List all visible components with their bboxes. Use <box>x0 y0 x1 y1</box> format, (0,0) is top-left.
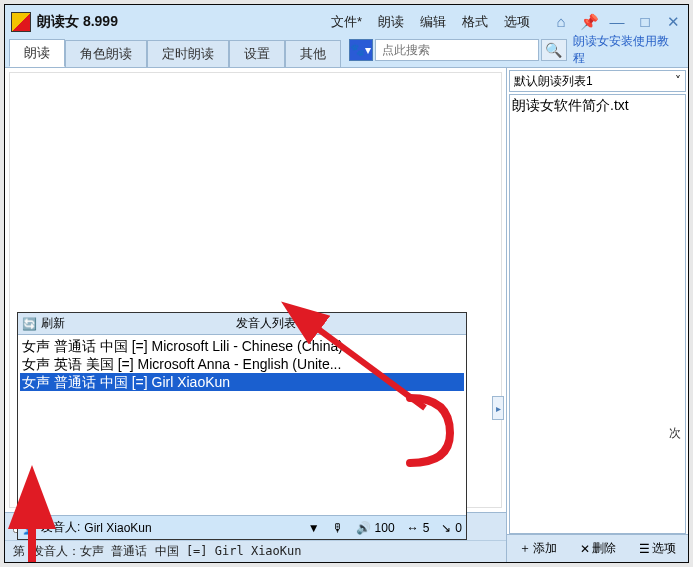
volume-control[interactable]: 🔊100 <box>356 521 395 535</box>
rate-control[interactable]: ↔5 <box>407 521 430 535</box>
plus-icon: ＋ <box>519 540 531 557</box>
voice-row[interactable]: 女声 普通话 中国 [=] Microsoft Lili - Chinese (… <box>20 337 464 355</box>
mic-control[interactable]: 🎙 <box>332 521 344 535</box>
right-panel: 默认朗读列表1˅ 朗读女软件简介.txt 次 ＋添加 ✕删除 ☰选项 <box>506 68 688 562</box>
app-logo <box>11 12 31 32</box>
dropdown-icon[interactable]: ▼ <box>308 521 320 535</box>
paw-icon[interactable]: 🐾▾ <box>349 39 373 61</box>
playlist-select[interactable]: 默认朗读列表1˅ <box>509 70 686 92</box>
menu-options[interactable]: 选项 <box>504 13 530 31</box>
playlist[interactable]: 朗读女软件简介.txt 次 <box>509 94 686 534</box>
tab-role-read[interactable]: 角色朗读 <box>65 40 147 67</box>
tab-settings[interactable]: 设置 <box>229 40 285 67</box>
app-title: 朗读女 8.999 <box>37 13 118 31</box>
list-icon: ☰ <box>639 542 650 556</box>
tab-row: 朗读 角色朗读 定时朗读 设置 其他 🐾▾ 🔍 朗读女安装使用教程 <box>5 39 688 67</box>
mic-icon: 🎙 <box>332 521 344 535</box>
playlist-item[interactable]: 朗读女软件简介.txt <box>512 97 683 115</box>
person-icon: 👤 <box>22 521 37 535</box>
search-button[interactable]: 🔍 <box>541 39 567 61</box>
voice-panel-title: 发音人列表 <box>69 315 462 332</box>
minimize-icon[interactable]: — <box>608 13 626 31</box>
menu-format[interactable]: 格式 <box>462 13 488 31</box>
voice-row[interactable]: 女声 英语 美国 [=] Microsoft Anna - English (U… <box>20 355 464 373</box>
pitch-icon: ↘ <box>441 521 451 535</box>
add-button[interactable]: ＋添加 <box>519 540 557 557</box>
refresh-icon[interactable]: 🔄 <box>22 317 37 331</box>
tab-timed-read[interactable]: 定时朗读 <box>147 40 229 67</box>
count-suffix: 次 <box>669 426 681 440</box>
voice-status-bar: 👤 发音人:Girl XiaoKun ▼ 🎙 🔊100 ↔5 ↘0 <box>18 515 466 539</box>
menu-file[interactable]: 文件* <box>331 13 362 31</box>
help-link[interactable]: 朗读女安装使用教程 <box>569 33 684 67</box>
menu-edit[interactable]: 编辑 <box>420 13 446 31</box>
menu-read[interactable]: 朗读 <box>378 13 404 31</box>
pitch-control[interactable]: ↘0 <box>441 521 462 535</box>
search-input[interactable] <box>375 39 539 61</box>
maximize-icon[interactable]: □ <box>636 13 654 31</box>
status-bar: 第 发音人：女声 普通话 中国 [=] Girl XiaoKun <box>5 540 506 562</box>
refresh-label[interactable]: 刷新 <box>41 315 65 332</box>
voice-row-selected[interactable]: 女声 普通话 中国 [=] Girl XiaoKun <box>20 373 464 391</box>
home-icon[interactable]: ⌂ <box>552 13 570 31</box>
chevron-down-icon: ˅ <box>675 74 681 88</box>
rate-icon: ↔ <box>407 521 419 535</box>
x-icon: ✕ <box>580 542 590 556</box>
tab-read[interactable]: 朗读 <box>9 39 65 67</box>
options-button[interactable]: ☰选项 <box>639 540 676 557</box>
close-icon[interactable]: ✕ <box>664 13 682 31</box>
volume-icon: 🔊 <box>356 521 371 535</box>
voice-status-prefix: 发音人: <box>41 519 80 536</box>
voice-list[interactable]: 女声 普通话 中国 [=] Microsoft Lili - Chinese (… <box>18 335 466 515</box>
voice-list-panel: 🔄 刷新 发音人列表 女声 普通话 中国 [=] Microsoft Lili … <box>17 312 467 540</box>
collapse-handle[interactable]: ▸ <box>492 396 504 420</box>
delete-button[interactable]: ✕删除 <box>580 540 616 557</box>
tab-other[interactable]: 其他 <box>285 40 341 67</box>
voice-status-name: Girl XiaoKun <box>84 521 151 535</box>
pin-icon[interactable]: 📌 <box>580 13 598 31</box>
